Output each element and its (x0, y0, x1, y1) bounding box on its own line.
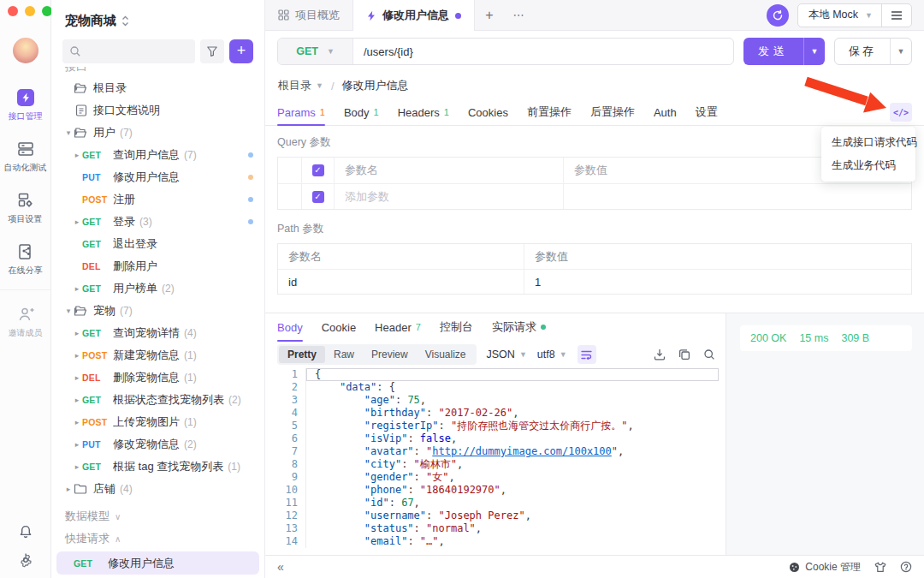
drag-handle-cell[interactable] (278, 158, 302, 183)
add-api-button[interactable]: + (229, 39, 253, 63)
rail-item-invite-members[interactable]: 邀请成员 (0, 295, 50, 347)
param-name-input[interactable]: 添加参数 (345, 189, 389, 205)
tree-item-api[interactable]: ▸POST上传宠物图片(1) (51, 411, 264, 433)
tree-item-api[interactable]: ▸DEL删除宠物信息(1) (51, 366, 264, 389)
copy-icon[interactable] (678, 349, 690, 361)
more-tabs-button[interactable]: ⋯ (504, 0, 533, 30)
req-tab-params[interactable]: Params1 (277, 99, 325, 125)
help-button[interactable] (900, 561, 912, 573)
drag-handle-cell[interactable] (278, 184, 302, 209)
theme-button[interactable] (874, 562, 886, 573)
rail-item-api-management[interactable]: 接口管理 (0, 79, 50, 130)
response-tab-cookie[interactable]: Cookie (322, 313, 356, 341)
project-switcher[interactable]: 宠物商城 (51, 0, 264, 35)
tree-item[interactable]: ▾宠物(7) (51, 300, 264, 322)
quick-request-item[interactable]: GET 修改用户信息 (56, 551, 259, 575)
tree-caret-icon[interactable]: ▸ (72, 329, 82, 337)
close-window-button[interactable] (8, 6, 18, 16)
tree-caret-icon[interactable]: ▸ (72, 151, 82, 159)
tree-item[interactable]: ▾用户(7) (51, 122, 264, 144)
param-enabled-checkbox[interactable]: ✓ (312, 164, 324, 176)
tree-item-api[interactable]: ▸GET查询宠物详情(4) (51, 322, 264, 344)
sidebar-section-quick-requests[interactable]: 快捷请求∧ (51, 527, 264, 550)
search-response-icon[interactable] (703, 349, 715, 361)
menu-item-generate-request-code[interactable]: 生成接口请求代码 (821, 131, 915, 154)
breadcrumb-root[interactable]: 根目录 ▼ (278, 78, 323, 93)
tab-project-overview[interactable]: 项目概览 (265, 0, 352, 30)
environment-menu-button[interactable] (882, 10, 911, 21)
rail-item-project-settings[interactable]: 项目设置 (0, 182, 50, 233)
rail-item-automated-testing[interactable]: 自动化测试 (0, 130, 50, 182)
tab-edit-user-info[interactable]: 修改用户信息 (352, 0, 475, 31)
rail-item-online-share[interactable]: 在线分享 (0, 233, 50, 284)
sync-button[interactable] (767, 4, 789, 27)
url-input[interactable]: /users/{id} (353, 39, 733, 64)
tree-item[interactable]: 接口文档说明 (51, 99, 264, 122)
view-segment-preview[interactable]: Preview (363, 346, 417, 363)
download-icon[interactable] (654, 349, 666, 361)
req-tab-body[interactable]: Body1 (344, 99, 379, 125)
tree-item-api[interactable]: ▸POST新建宠物信息(1) (51, 344, 264, 366)
response-tab-header[interactable]: Header7 (375, 313, 421, 341)
req-tab-auth[interactable]: Auth (654, 99, 677, 125)
tree-item-api[interactable]: ▸GET登录(3) (51, 211, 264, 233)
environment-selector[interactable]: 本地 Mock (798, 8, 865, 22)
view-segment-pretty[interactable]: Pretty (279, 346, 325, 363)
save-button[interactable]: 保存 ▼ (834, 38, 912, 65)
collapse-sidebar-button[interactable]: « (277, 560, 284, 574)
tree-item-api[interactable]: GET退出登录 (51, 233, 264, 255)
environment-chevron-down-icon[interactable]: ▼ (865, 11, 881, 20)
view-segment-visualize[interactable]: Visualize (417, 346, 475, 363)
tree-item[interactable]: ▸店铺(4) (51, 478, 264, 500)
tree-item-api[interactable]: ▸GET根据 tag 查找宠物列表(1) (51, 456, 264, 478)
tree-caret-icon[interactable]: ▸ (72, 440, 82, 449)
format-select[interactable]: JSON▼ (487, 349, 527, 361)
send-options-chevron-icon[interactable]: ▼ (803, 38, 825, 65)
path-param-value-cell[interactable]: 1 (524, 270, 911, 294)
new-tab-button[interactable]: + (475, 0, 504, 30)
tree-item-api[interactable]: ▸GET查询用户信息(7) (51, 144, 264, 166)
tree-caret-icon[interactable]: ▸ (63, 485, 74, 493)
cookie-manager-button[interactable]: Cookie 管理 (789, 560, 861, 575)
response-tab-实际请求[interactable]: 实际请求 (492, 313, 546, 341)
tree-item-api[interactable]: PUT修改用户信息 (51, 166, 264, 188)
tree-caret-icon[interactable]: ▾ (63, 128, 74, 137)
req-tab-设置[interactable]: 设置 (696, 99, 718, 125)
tree-caret-icon[interactable]: ▸ (72, 418, 82, 426)
save-options-chevron-icon[interactable]: ▼ (890, 39, 911, 64)
tree-caret-icon[interactable]: ▾ (63, 307, 74, 315)
param-value-input[interactable]: 参数值 (574, 163, 607, 178)
tree-item-api[interactable]: ▸GET用户榜单(2) (51, 277, 264, 300)
tree-item-api[interactable]: ▸GET根据状态查找宠物列表(2) (51, 389, 264, 411)
response-tab-body[interactable]: Body (277, 313, 303, 341)
menu-item-generate-business-code[interactable]: 生成业务代码 (821, 154, 915, 177)
req-tab-cookies[interactable]: Cookies (468, 99, 508, 125)
req-tab-headers[interactable]: Headers1 (398, 99, 449, 125)
tree-caret-icon[interactable]: ▸ (72, 396, 82, 404)
send-button[interactable]: 发送 ▼ (743, 38, 825, 65)
generate-code-button[interactable]: </> (890, 103, 912, 122)
req-tab-后置操作[interactable]: 后置操作 (590, 99, 635, 125)
tree-caret-icon[interactable]: ▸ (72, 462, 82, 471)
tree-item-api[interactable]: POST注册 (51, 188, 264, 211)
tree-item-api[interactable]: DEL删除用户 (51, 255, 264, 277)
param-enabled-checkbox[interactable]: ✓ (312, 191, 324, 203)
sidebar-section-data-models[interactable]: 数据模型∨ (51, 505, 264, 527)
search-input[interactable] (62, 39, 195, 63)
tree-caret-icon[interactable]: ▸ (72, 284, 82, 293)
settings-gear-icon[interactable] (18, 552, 33, 568)
response-body-editor[interactable]: 1{2 "data": {3 "age": 75,4 "birthday": "… (277, 368, 719, 555)
tree-item-api[interactable]: ▸PUT修改宠物信息(2) (51, 433, 264, 456)
filter-button[interactable] (200, 39, 224, 63)
response-tab-控制台[interactable]: 控制台 (440, 313, 473, 341)
tree-caret-icon[interactable]: ▸ (72, 351, 82, 360)
word-wrap-button[interactable] (578, 345, 596, 364)
method-select[interactable]: GET ▼ (278, 39, 353, 64)
minimize-window-button[interactable] (25, 6, 35, 16)
req-tab-前置操作[interactable]: 前置操作 (527, 99, 572, 125)
notifications-bell-icon[interactable] (18, 524, 33, 539)
param-name-input[interactable]: 参数名 (345, 163, 378, 178)
tree-item[interactable]: 根目录 (51, 77, 264, 99)
avatar[interactable] (13, 38, 38, 63)
view-segment-raw[interactable]: Raw (325, 346, 363, 363)
